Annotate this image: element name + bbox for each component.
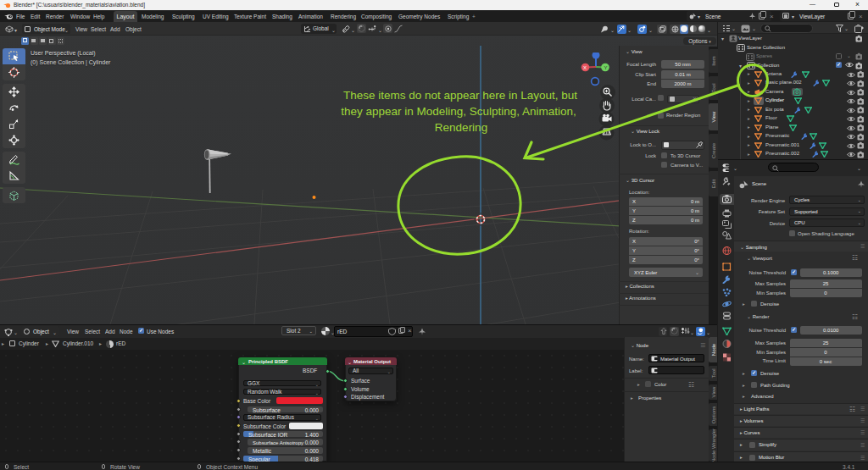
svg-text:Y: Y — [604, 65, 607, 70]
svg-text:X: X — [583, 65, 587, 70]
